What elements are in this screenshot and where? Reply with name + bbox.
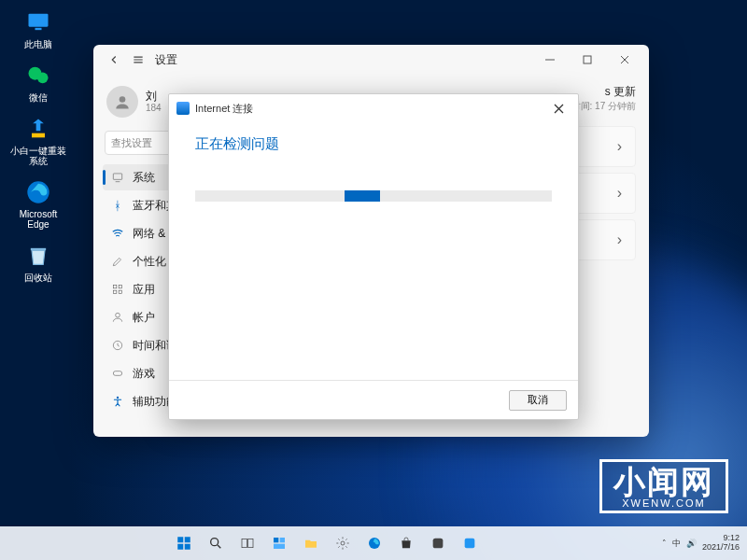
svg-rect-23 (185, 537, 190, 542)
edge-button[interactable] (360, 529, 388, 557)
widgets-button[interactable] (265, 529, 293, 557)
progress-bar (195, 190, 552, 202)
svg-rect-20 (113, 371, 121, 376)
avatar-icon (106, 86, 138, 118)
svg-point-3 (37, 73, 49, 84)
svg-rect-31 (280, 538, 285, 542)
desktop-icon-edge[interactable]: Microsoft Edge (9, 177, 67, 230)
chevron-right-icon: › (617, 185, 622, 202)
store-button[interactable] (392, 529, 420, 557)
user-sub: 184 (146, 103, 162, 114)
svg-rect-24 (178, 544, 184, 550)
diagnostic-icon (176, 102, 190, 115)
media-app-button[interactable] (424, 529, 452, 557)
search-placeholder: 查找设置 (111, 136, 152, 150)
desktop-icon-label: 此电脑 (24, 39, 52, 49)
clock[interactable]: 9:12 2021/7/16 (702, 534, 740, 553)
dialog-heading: 正在检测问题 (195, 135, 552, 153)
chevron-right-icon: › (617, 138, 622, 155)
search-button[interactable] (202, 529, 230, 557)
person-icon (110, 310, 125, 325)
app-button[interactable] (456, 529, 484, 557)
wifi-icon (110, 226, 125, 241)
menu-icon[interactable] (131, 52, 146, 67)
svg-rect-12 (113, 174, 121, 179)
svg-rect-25 (185, 544, 190, 550)
window-title: 设置 (155, 52, 177, 68)
cancel-button[interactable]: 取消 (509, 390, 567, 411)
update-title: s 更新 (571, 84, 636, 100)
edge-icon (23, 177, 53, 207)
window-titlebar[interactable]: 设置 (93, 45, 649, 75)
date-text: 2021/7/16 (702, 543, 740, 553)
task-view-button[interactable] (233, 529, 261, 557)
svg-point-18 (116, 313, 120, 317)
windows-update-status[interactable]: s 更新 时间: 17 分钟前 (571, 84, 636, 113)
start-button[interactable] (170, 529, 198, 557)
watermark-url: XWENW.COM (613, 497, 714, 509)
nav-label: 游戏 (133, 366, 155, 382)
svg-rect-22 (178, 537, 184, 542)
nav-label: 个性化 (133, 254, 166, 270)
recycle-bin-icon (23, 241, 53, 271)
nav-label: 系统 (133, 170, 155, 186)
svg-rect-0 (29, 14, 49, 27)
accessibility-icon (110, 394, 125, 409)
svg-rect-8 (584, 56, 591, 63)
ime-icon[interactable]: 中 (672, 538, 681, 550)
dialog-titlebar[interactable]: Internet 连接 (169, 94, 578, 122)
svg-rect-4 (32, 133, 45, 138)
apps-icon (110, 282, 125, 297)
brush-icon (110, 254, 125, 269)
nav-label: 应用 (133, 282, 155, 298)
maximize-button[interactable] (569, 45, 606, 75)
watermark-title: 小闻网 (613, 466, 714, 497)
desktop-icon-recycle-bin[interactable]: 回收站 (9, 241, 67, 283)
svg-rect-17 (119, 290, 122, 294)
minimize-button[interactable] (531, 45, 569, 75)
desktop-icon-label: Microsoft Edge (9, 209, 67, 230)
back-icon[interactable] (106, 52, 121, 67)
svg-rect-28 (242, 539, 247, 547)
svg-rect-36 (465, 539, 475, 549)
troubleshooter-dialog: Internet 连接 正在检测问题 取消 (168, 93, 579, 420)
dialog-body: 正在检测问题 (169, 122, 578, 380)
watermark: 小闻网 XWENW.COM (599, 459, 728, 513)
close-button[interactable] (606, 45, 643, 75)
system-icon (110, 170, 125, 185)
desktop-icon-label: 小白一键重装系统 (9, 146, 67, 166)
desktop-icon-xiaobai[interactable]: 小白一键重装系统 (9, 114, 67, 166)
taskbar-center (0, 529, 655, 557)
desktop-icon-wechat[interactable]: 微信 (9, 61, 67, 103)
taskbar: ˄ 中 🔊 9:12 2021/7/16 (0, 526, 747, 560)
chevron-right-icon: › (617, 231, 622, 248)
svg-rect-6 (31, 248, 46, 250)
clock-icon (110, 338, 125, 353)
desktop-icon-this-pc[interactable]: 此电脑 (9, 7, 67, 49)
titlebar-left: 设置 (99, 52, 177, 68)
nav-label: 帐户 (133, 310, 155, 326)
progress-indicator (345, 190, 380, 202)
monitor-icon (23, 7, 53, 37)
svg-rect-16 (113, 290, 117, 294)
svg-point-9 (120, 96, 126, 103)
desktop-icons: 此电脑 微信 小白一键重装系统 Microsoft Edge 回收站 (9, 7, 67, 283)
dialog-title: Internet 连接 (195, 102, 253, 116)
dialog-close-button[interactable] (546, 96, 571, 120)
desktop-background: 此电脑 微信 小白一键重装系统 Microsoft Edge 回收站 (0, 0, 747, 560)
explorer-button[interactable] (297, 529, 325, 557)
taskbar-tray[interactable]: ˄ 中 🔊 9:12 2021/7/16 (655, 534, 747, 553)
svg-line-27 (218, 545, 220, 548)
gamepad-icon (110, 366, 125, 381)
reinstall-icon (23, 114, 53, 144)
chevron-up-icon[interactable]: ˄ (662, 539, 667, 548)
svg-point-26 (211, 539, 218, 546)
desktop-icon-label: 回收站 (24, 273, 52, 283)
volume-icon[interactable]: 🔊 (686, 539, 697, 548)
svg-rect-15 (119, 285, 122, 288)
svg-rect-14 (113, 285, 117, 288)
bluetooth-icon: ᚼ (110, 198, 125, 213)
user-text: 刘 184 (146, 90, 162, 114)
settings-button[interactable] (329, 529, 357, 557)
dialog-footer: 取消 (169, 380, 578, 419)
